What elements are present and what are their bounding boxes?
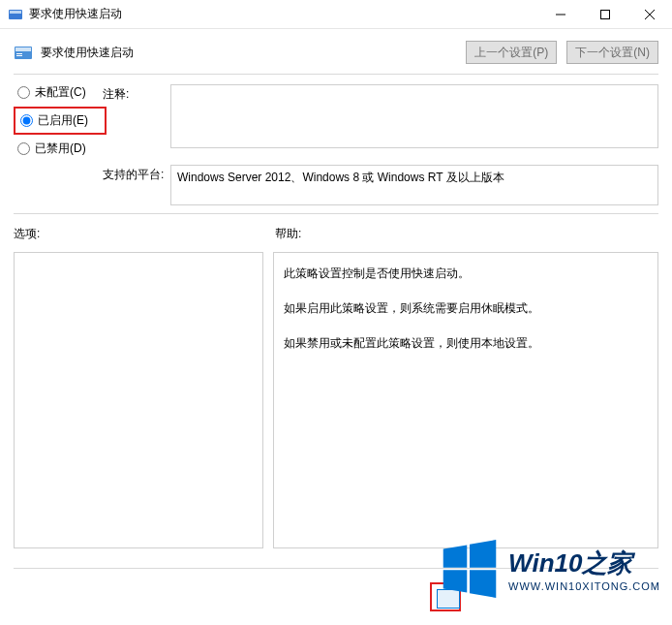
svg-rect-1 <box>10 11 21 14</box>
platform-row: 支持的平台: Windows Server 2012、Windows 8 或 W… <box>14 165 658 205</box>
config-row: 未配置(C) 已启用(E) 已禁用(D) 注释: <box>14 84 658 157</box>
svg-marker-13 <box>470 570 496 598</box>
help-text-3: 如果禁用或未配置此策略设置，则使用本地设置。 <box>284 332 648 354</box>
radio-disabled-input[interactable] <box>17 142 30 155</box>
options-panel[interactable] <box>14 252 263 548</box>
app-icon <box>8 7 23 22</box>
radio-not-configured-label: 未配置(C) <box>35 84 86 101</box>
divider-2 <box>14 213 658 214</box>
divider <box>14 74 658 75</box>
radio-disabled[interactable]: 已禁用(D) <box>17 141 103 157</box>
titlebar: 要求使用快速启动 <box>0 0 672 29</box>
radio-enabled-label: 已启用(E) <box>38 112 88 129</box>
radio-enabled-input[interactable] <box>20 114 33 127</box>
lower-labels: 选项: 帮助: <box>14 226 658 242</box>
policy-icon <box>14 43 33 62</box>
window-controls <box>538 0 672 28</box>
platform-label: 支持的平台: <box>103 165 170 183</box>
bottom-divider <box>14 568 658 569</box>
svg-rect-7 <box>15 47 31 51</box>
svg-rect-3 <box>601 11 610 19</box>
radio-not-configured-input[interactable] <box>17 86 30 99</box>
help-panel[interactable]: 此策略设置控制是否使用快速启动。 如果启用此策略设置，则系统需要启用休眠模式。 … <box>273 252 658 548</box>
next-setting-button[interactable]: 下一个设置(N) <box>566 41 658 64</box>
lower-panels: 此策略设置控制是否使用快速启动。 如果启用此策略设置，则系统需要启用休眠模式。 … <box>14 252 658 548</box>
watermark: Win10之家 WWW.WIN10XITONG.COM <box>441 540 660 598</box>
watermark-title: Win10之家 <box>508 547 660 580</box>
minimize-button[interactable] <box>538 0 583 29</box>
close-button[interactable] <box>627 0 672 29</box>
watermark-url: WWW.WIN10XITONG.COM <box>508 580 660 592</box>
watermark-text: Win10之家 WWW.WIN10XITONG.COM <box>508 547 660 592</box>
header-row: 要求使用快速启动 上一个设置(P) 下一个设置(N) <box>14 41 658 64</box>
radio-group: 未配置(C) 已启用(E) 已禁用(D) <box>14 84 103 157</box>
help-text-2: 如果启用此策略设置，则系统需要启用休眠模式。 <box>284 297 648 319</box>
svg-rect-8 <box>16 53 22 54</box>
radio-column: 未配置(C) 已启用(E) 已禁用(D) <box>14 84 103 157</box>
previous-setting-button[interactable]: 上一个设置(P) <box>466 41 557 64</box>
nav-buttons: 上一个设置(P) 下一个设置(N) <box>466 41 658 64</box>
ok-button-highlight <box>430 582 461 611</box>
radio-enabled[interactable]: 已启用(E) <box>17 110 103 131</box>
platform-textarea[interactable]: Windows Server 2012、Windows 8 或 Windows … <box>170 165 658 205</box>
svg-rect-9 <box>16 55 22 56</box>
radio-not-configured[interactable]: 未配置(C) <box>17 84 103 101</box>
dialog-body: 要求使用快速启动 上一个设置(P) 下一个设置(N) 未配置(C) 已启用(E)… <box>0 29 672 548</box>
help-label: 帮助: <box>275 226 301 242</box>
options-label: 选项: <box>14 226 275 242</box>
window-title: 要求使用快速启动 <box>29 6 122 22</box>
radio-disabled-label: 已禁用(D) <box>35 141 86 157</box>
comment-textarea[interactable] <box>170 84 658 148</box>
comment-label: 注释: <box>103 84 170 103</box>
help-text-1: 此策略设置控制是否使用快速启动。 <box>284 263 648 284</box>
ok-button[interactable] <box>437 589 460 609</box>
policy-title: 要求使用快速启动 <box>41 45 134 61</box>
maximize-button[interactable] <box>583 0 627 29</box>
platform-text: Windows Server 2012、Windows 8 或 Windows … <box>177 171 504 184</box>
